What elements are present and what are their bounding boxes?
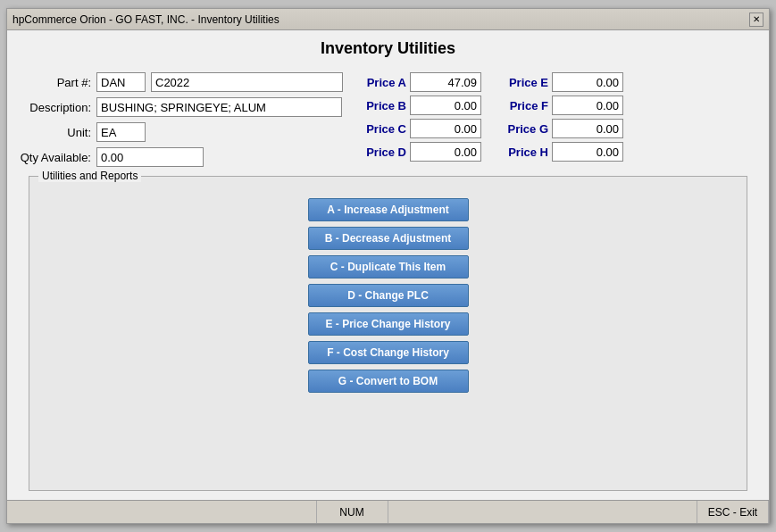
price-f-field[interactable] bbox=[552, 96, 623, 115]
price-c-label: Price C bbox=[357, 122, 406, 136]
unit-label: Unit: bbox=[20, 126, 91, 139]
part-label: Part #: bbox=[20, 76, 91, 89]
btn-cost-change-history[interactable]: F - Cost Change History bbox=[308, 341, 469, 364]
price-d-row: Price D bbox=[357, 142, 481, 162]
left-form: Part #: Description: Unit: Qty Available… bbox=[20, 72, 343, 167]
utilities-panel: Utilities and Reports A - Increase Adjus… bbox=[29, 176, 747, 491]
part-field-1[interactable] bbox=[96, 72, 146, 92]
btn-convert-to-bom[interactable]: G - Convert to BOM bbox=[308, 370, 469, 393]
price-e-row: Price E bbox=[499, 72, 623, 92]
price-d-label: Price D bbox=[357, 145, 406, 159]
price-a-label: Price A bbox=[357, 76, 406, 89]
price-h-row: Price H bbox=[499, 142, 623, 162]
desc-label: Description: bbox=[20, 101, 91, 114]
price-b-label: Price B bbox=[357, 99, 406, 112]
price-f-label: Price F bbox=[499, 99, 548, 112]
qty-row: Qty Available: bbox=[20, 147, 343, 167]
main-window: hpCommerce Orion - GO FAST, INC. - Inven… bbox=[6, 8, 770, 524]
btn-increase-adjustment[interactable]: A - Increase Adjustment bbox=[308, 198, 469, 221]
status-bar: NUM ESC - Exit bbox=[7, 500, 769, 523]
part-field-2[interactable] bbox=[151, 72, 343, 92]
btn-price-change-history[interactable]: E - Price Change History bbox=[308, 312, 469, 336]
unit-row: Unit: bbox=[20, 122, 343, 142]
price-c-field[interactable] bbox=[410, 119, 481, 138]
close-button[interactable]: ✕ bbox=[749, 12, 763, 27]
title-bar-text: hpCommerce Orion - GO FAST, INC. - Inven… bbox=[13, 13, 280, 26]
price-d-field[interactable] bbox=[410, 142, 481, 162]
utilities-title: Utilities and Reports bbox=[38, 170, 141, 182]
title-bar: hpCommerce Orion - GO FAST, INC. - Inven… bbox=[7, 9, 769, 30]
status-num: NUM bbox=[317, 501, 388, 523]
price-a-row: Price A bbox=[357, 72, 481, 92]
price-e-label: Price E bbox=[499, 76, 548, 89]
price-g-row: Price G bbox=[499, 119, 623, 138]
status-fill bbox=[7, 501, 317, 523]
price-c-row: Price C bbox=[357, 119, 481, 138]
status-fill2 bbox=[388, 501, 698, 523]
price-h-field[interactable] bbox=[552, 142, 623, 162]
price-h-label: Price H bbox=[499, 145, 548, 159]
btn-decrease-adjustment[interactable]: B - Decrease Adjustment bbox=[308, 227, 469, 250]
qty-field[interactable] bbox=[96, 147, 204, 167]
btn-duplicate-item[interactable]: C - Duplicate This Item bbox=[308, 255, 469, 278]
qty-label: Qty Available: bbox=[20, 151, 91, 164]
price-a-field[interactable] bbox=[410, 72, 481, 92]
page-title: Inventory Utilities bbox=[20, 39, 756, 58]
status-esc[interactable]: ESC - Exit bbox=[697, 501, 769, 523]
buttons-container: A - Increase Adjustment B - Decrease Adj… bbox=[37, 198, 739, 393]
price-g-field[interactable] bbox=[552, 119, 623, 138]
price-b-field[interactable] bbox=[410, 96, 481, 115]
prices-left: Price A Price B Price C Price D bbox=[357, 72, 481, 162]
price-e-field[interactable] bbox=[552, 72, 623, 92]
btn-change-plc[interactable]: D - Change PLC bbox=[308, 284, 469, 307]
price-b-row: Price B bbox=[357, 96, 481, 115]
desc-row: Description: bbox=[20, 97, 343, 117]
desc-field[interactable] bbox=[96, 97, 342, 117]
part-row: Part #: bbox=[20, 72, 343, 92]
prices-right: Price E Price F Price G Price H bbox=[499, 72, 623, 162]
price-g-label: Price G bbox=[499, 122, 548, 136]
price-f-row: Price F bbox=[499, 96, 623, 115]
unit-field[interactable] bbox=[96, 122, 146, 142]
window-content: Inventory Utilities Part #: Description: bbox=[7, 30, 769, 500]
